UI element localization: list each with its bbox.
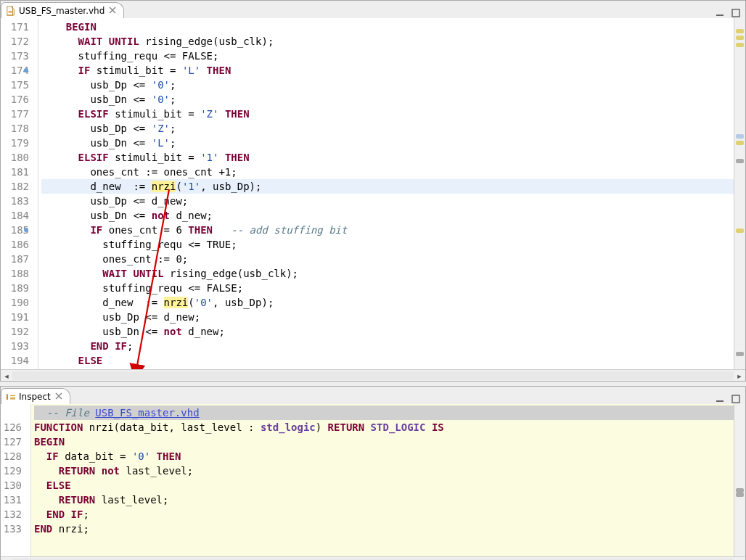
svg-rect-7 [716,400,724,402]
editor-tabbar: USB_FS_master.vhd [1,1,745,18]
inspect-tabbar: i≡ Inspect [1,387,745,404]
minimize-icon[interactable] [715,394,725,404]
code-line[interactable]: WAIT UNTIL rising_edge(usb_clk); [41,266,734,281]
code-line[interactable]: BEGIN [41,20,734,34]
code-line[interactable]: usb_Dn <= 'L'; [41,136,734,150]
line-number: 129 [1,464,22,478]
svg-text:≡: ≡ [9,392,16,402]
code-line[interactable]: usb_Dn <= not d_new; [41,208,734,223]
inspect-tab-title: Inspect [19,392,51,402]
line-number: 188 [1,266,29,281]
editor-tab[interactable]: USB_FS_master.vhd [1,2,124,18]
code-line[interactable]: ELSE [41,353,734,368]
scroll-track[interactable] [12,371,734,380]
code-line[interactable]: stuffing_requ <= FALSE; [41,49,734,63]
editor-tab-title: USB_FS_master.vhd [19,6,104,16]
line-gutter: 126127128129130131132133 [1,404,31,556]
inspect-file-link[interactable]: USB_FS_master.vhd [95,407,199,419]
code-line[interactable]: ELSIF stimuli_bit = '1' THEN [41,150,734,165]
scroll-right-icon[interactable]: ▸ [734,557,745,561]
inspect-icon: i≡ [6,392,16,402]
overview-mark[interactable] [736,43,744,47]
overview-mark[interactable] [736,141,744,145]
line-number: 180 [1,150,29,165]
code-line[interactable]: IF ones_cnt = 6 THEN -- add stuffing bit [41,223,734,237]
pane-actions [715,8,745,18]
overview-mark[interactable] [736,36,744,40]
code-line[interactable]: IF data_bit = '0' THEN [34,449,734,464]
close-icon[interactable] [107,6,118,16]
code-line[interactable]: WAIT UNTIL rising_edge(usb_clk); [41,34,734,49]
overview-mark[interactable] [736,134,744,139]
line-number: 186 [1,237,29,252]
code-line[interactable]: END IF; [41,339,734,353]
overview-mark[interactable] [736,488,744,493]
overview-ruler[interactable] [734,404,745,556]
close-icon[interactable] [54,392,64,402]
h-scrollbar[interactable]: ◂ ▸ [1,556,745,560]
code-area[interactable]: -- File USB_FS_master.vhdFUNCTION nrzi(d… [31,404,734,556]
scroll-left-icon[interactable]: ◂ [1,557,12,561]
line-number [1,405,22,420]
code-line[interactable]: END nrzi; [34,522,734,536]
inspect-body: 126127128129130131132133 -- File USB_FS_… [1,404,745,556]
code-line[interactable]: FUNCTION nrzi(data_bit, last_level : std… [34,420,734,435]
code-line[interactable]: ELSIF stimuli_bit = 'Z' THEN [41,107,734,121]
overview-mark[interactable] [736,228,744,233]
svg-rect-1 [9,11,12,13]
minimize-icon[interactable] [715,8,725,18]
code-line[interactable]: ones_cnt := 0; [41,252,734,266]
editor-body: 1711721731741751761771781791801811821831… [1,18,745,369]
line-number: 127 [1,435,22,449]
code-line[interactable]: usb_Dn <= '0'; [41,92,734,107]
line-number: 189 [1,281,29,295]
inspect-tab[interactable]: i≡ Inspect [1,388,70,404]
vhdl-file-icon [6,6,16,16]
code-line[interactable]: RETURN last_level; [34,493,734,507]
line-number: 192 [1,324,29,339]
overview-ruler[interactable] [734,18,745,369]
code-line[interactable]: usb_Dp <= 'Z'; [41,121,734,136]
code-line[interactable]: END IF; [34,507,734,522]
code-line[interactable]: d_new := nrzi('0', usb_Dp); [41,295,734,310]
scroll-right-icon[interactable]: ▸ [734,370,745,382]
line-number: 194 [1,353,29,368]
line-number: 130 [1,478,22,493]
overview-mark[interactable] [736,159,744,163]
h-scrollbar[interactable]: ◂ ▸ [1,369,745,381]
line-number: 185 [1,223,29,237]
scroll-left-icon[interactable]: ◂ [1,370,12,382]
code-line[interactable]: usb_Dn <= not d_new; [41,324,734,339]
overview-mark[interactable] [736,29,744,33]
fold-marker-icon[interactable] [24,228,28,232]
code-line[interactable]: BEGIN [34,435,734,449]
code-line[interactable]: stuffing_requ <= TRUE; [41,237,734,252]
line-number: 181 [1,165,29,179]
code-line[interactable]: ELSE [34,478,734,493]
code-line[interactable]: usb_Dp <= d_new; [41,310,734,324]
line-number: 175 [1,78,29,92]
code-line[interactable]: stuffing_requ <= FALSE; [41,281,734,295]
overview-mark[interactable] [736,493,744,497]
line-number: 193 [1,339,29,353]
line-number: 177 [1,107,29,121]
code-line[interactable]: d_new := nrzi('1', usb_Dp); [41,179,734,194]
code-line[interactable]: usb_Dp <= '0'; [41,78,734,92]
line-number: 178 [1,121,29,136]
svg-rect-3 [732,9,739,17]
inspect-file-header: -- File USB_FS_master.vhd [34,405,734,420]
fold-marker-icon[interactable] [24,68,28,73]
line-number: 190 [1,295,29,310]
code-line[interactable]: RETURN not last_level; [34,464,734,478]
code-line[interactable]: usb_Dp <= d_new; [41,194,734,208]
line-number: 183 [1,194,29,208]
line-number: 191 [1,310,29,324]
code-line[interactable]: IF stimuli_bit = 'L' THEN [41,63,734,78]
line-number: 126 [1,420,22,435]
overview-mark[interactable] [736,352,744,356]
maximize-icon[interactable] [731,394,741,404]
code-line[interactable]: ones_cnt := ones_cnt +1; [41,165,734,179]
maximize-icon[interactable] [731,8,741,18]
code-area[interactable]: BEGIN WAIT UNTIL rising_edge(usb_clk); s… [38,18,734,369]
line-number: 172 [1,34,29,49]
